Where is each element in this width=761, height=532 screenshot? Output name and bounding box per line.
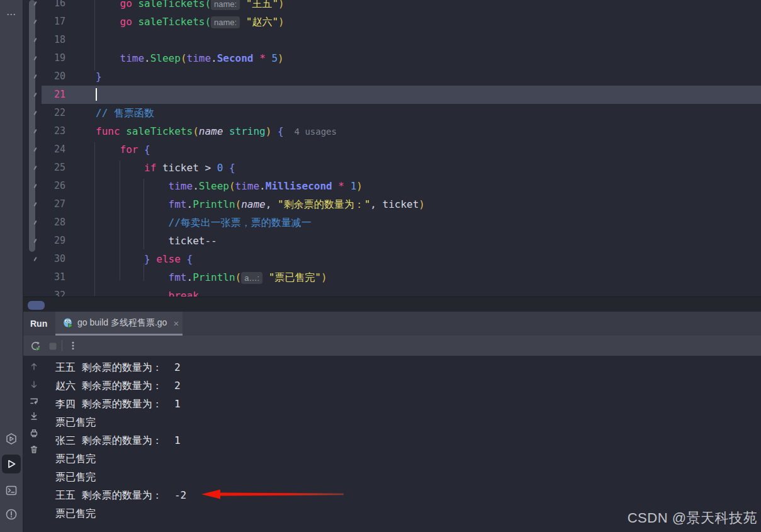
code-text: fmt.Println(name, "剩余票的数量为：", ticket) bbox=[96, 195, 425, 213]
code-line: 32 break bbox=[23, 286, 761, 297]
code-line: 23func saleTickets(name string) { 4 usag… bbox=[23, 122, 761, 140]
line-number[interactable]: 28 bbox=[23, 213, 65, 232]
more-tool-windows-icon[interactable]: ⋯ bbox=[0, 9, 23, 20]
code-line: 16 go saleTickets(name: "王五") bbox=[23, 0, 761, 13]
code-line: 26 time.Sleep(time.Millisecond * 1) bbox=[23, 177, 761, 195]
line-number[interactable]: 22 bbox=[23, 104, 65, 122]
code-line: 25 if ticket > 0 { bbox=[23, 159, 761, 177]
code-line: 18 bbox=[23, 31, 761, 49]
line-number[interactable]: 32 bbox=[23, 286, 65, 297]
code-editor[interactable]: 16 go saleTickets(name: "王五")17 go saleT… bbox=[23, 0, 761, 297]
console-line: 票已售完 bbox=[55, 504, 96, 523]
code-text: for { bbox=[96, 140, 150, 159]
watermark: CSDN @景天科技苑 bbox=[628, 509, 757, 528]
line-number[interactable]: 24 bbox=[23, 140, 65, 159]
console-line: 王五 剩余票的数量为： 2 bbox=[55, 358, 181, 376]
terminal-icon bbox=[5, 484, 18, 497]
code-text: //每卖出一张票，票的数量减一 bbox=[96, 213, 312, 232]
stop-icon[interactable] bbox=[48, 341, 58, 351]
line-number[interactable]: 31 bbox=[23, 268, 65, 286]
down-arrow-icon[interactable] bbox=[29, 380, 39, 390]
code-text bbox=[96, 86, 97, 104]
print-icon[interactable] bbox=[29, 428, 39, 438]
scroll-to-end-icon[interactable] bbox=[29, 411, 39, 421]
code-text: func saleTickets(name string) { 4 usages bbox=[96, 122, 337, 141]
terminal-tool-icon[interactable] bbox=[2, 481, 21, 500]
console-line: 票已售完 bbox=[55, 413, 96, 431]
code-line: 24 for { bbox=[23, 140, 761, 159]
code-text: go saleTickets(name: "赵六") bbox=[96, 13, 285, 31]
line-number[interactable]: 21 bbox=[23, 86, 65, 104]
run-tab-label: go build 多线程售票.go bbox=[77, 317, 167, 329]
play-icon bbox=[5, 458, 18, 470]
toolbar-separator bbox=[62, 340, 62, 351]
soft-wrap-icon[interactable] bbox=[29, 396, 39, 406]
close-icon[interactable]: × bbox=[173, 318, 179, 329]
line-number[interactable]: 18 bbox=[23, 31, 65, 49]
line-number[interactable]: 26 bbox=[23, 177, 65, 195]
run-tab[interactable]: go build 多线程售票.go × bbox=[55, 312, 183, 334]
code-text: } else { bbox=[96, 250, 193, 268]
code-line: 17 go saleTickets(name: "赵六") bbox=[23, 13, 761, 31]
code-line: 19 time.Sleep(time.Second * 5) bbox=[23, 49, 761, 67]
annotation-arrow bbox=[201, 489, 345, 500]
console-line: 赵六 剩余票的数量为： 2 bbox=[55, 376, 181, 395]
code-line: 20} bbox=[23, 67, 761, 86]
run-panel-header: Run go build 多线程售票.go × bbox=[23, 312, 761, 336]
tool-window-stripe: ⋯ bbox=[0, 0, 23, 532]
rerun-icon[interactable] bbox=[30, 341, 41, 351]
hexagon-play-icon bbox=[5, 433, 18, 445]
exclamation-circle-icon bbox=[5, 508, 18, 521]
up-arrow-icon[interactable] bbox=[29, 361, 39, 371]
code-text: ticket-- bbox=[96, 232, 217, 250]
code-text: fmt.Println(a…: "票已售完") bbox=[96, 268, 327, 286]
run-tool-window-icon[interactable] bbox=[2, 455, 21, 473]
clear-trash-icon[interactable] bbox=[29, 444, 39, 455]
line-number[interactable]: 17 bbox=[23, 13, 65, 31]
run-panel-title: Run bbox=[30, 312, 47, 336]
code-text: time.Sleep(time.Second * 5) bbox=[96, 49, 284, 67]
text-caret bbox=[96, 88, 97, 101]
code-line: 27 fmt.Println(name, "剩余票的数量为：", ticket) bbox=[23, 195, 761, 213]
line-number[interactable]: 19 bbox=[23, 49, 65, 67]
console-line: 票已售完 bbox=[55, 450, 96, 468]
run-toolbar bbox=[23, 336, 761, 356]
code-line: 22// 售票函数 bbox=[23, 104, 761, 122]
code-text: // 售票函数 bbox=[96, 104, 154, 122]
line-number[interactable]: 23 bbox=[23, 122, 65, 140]
editor-scrollbar-track bbox=[23, 297, 761, 312]
code-line: 31 fmt.Println(a…: "票已售完") bbox=[23, 268, 761, 286]
console-line: 票已售完 bbox=[55, 468, 96, 486]
code-line: 29 ticket-- bbox=[23, 232, 761, 250]
code-line: 30 } else { bbox=[23, 250, 761, 268]
code-text: time.Sleep(time.Millisecond * 1) bbox=[96, 177, 363, 195]
more-vertical-icon[interactable] bbox=[68, 341, 78, 351]
line-number[interactable]: 29 bbox=[23, 232, 65, 250]
console-line: 张三 剩余票的数量为： 1 bbox=[55, 431, 181, 450]
console-line-highlighted: 王五 剩余票的数量为： -2 bbox=[55, 486, 186, 504]
code-text: } bbox=[96, 67, 102, 86]
code-text: break bbox=[96, 286, 199, 297]
line-number[interactable]: 25 bbox=[23, 159, 65, 177]
code-line: 28 //每卖出一张票，票的数量减一 bbox=[23, 213, 761, 232]
line-number[interactable]: 27 bbox=[23, 195, 65, 213]
code-text: if ticket > 0 { bbox=[96, 159, 235, 177]
code-line: 21 bbox=[23, 86, 761, 104]
run-console[interactable]: 王五 剩余票的数量为： 2赵六 剩余票的数量为： 2李四 剩余票的数量为： 1票… bbox=[23, 356, 761, 532]
line-number[interactable]: 20 bbox=[23, 67, 65, 86]
console-line: 李四 剩余票的数量为： 1 bbox=[55, 395, 181, 413]
services-tool-icon[interactable] bbox=[2, 429, 21, 448]
horizontal-scrollbar-thumb[interactable] bbox=[28, 301, 45, 310]
go-gopher-icon bbox=[63, 318, 74, 329]
line-number[interactable]: 16 bbox=[23, 0, 65, 13]
ide-window: { "colors": { "editor_bg": "#272934", "c… bbox=[0, 0, 761, 532]
line-number[interactable]: 30 bbox=[23, 250, 65, 268]
problems-tool-icon[interactable] bbox=[2, 505, 21, 524]
code-text: go saleTickets(name: "王五") bbox=[96, 0, 285, 13]
